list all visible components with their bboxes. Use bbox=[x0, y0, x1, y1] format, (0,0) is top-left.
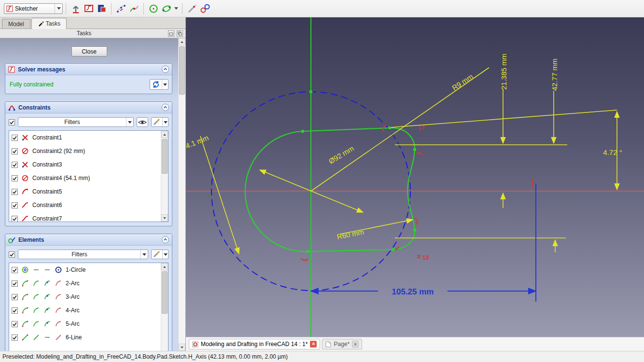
view-sketch-button[interactable] bbox=[82, 2, 95, 15]
checkbox[interactable] bbox=[12, 267, 18, 273]
constraint-row[interactable]: Constraint2 (92 mm) bbox=[9, 144, 168, 158]
checkbox[interactable] bbox=[12, 321, 18, 327]
checkbox[interactable] bbox=[12, 162, 18, 168]
checkbox[interactable] bbox=[12, 294, 18, 300]
constraints-filter-checkbox[interactable] bbox=[9, 119, 15, 125]
constraint-row[interactable]: Constraint7 bbox=[9, 212, 168, 222]
dimension-lines[interactable] bbox=[200, 68, 617, 254]
dim-diameter-label[interactable]: Ø92 mm bbox=[327, 144, 355, 165]
elements-scrollbar[interactable] bbox=[161, 263, 168, 351]
settings-dropdown-arrow[interactable] bbox=[162, 118, 168, 126]
scroll-up-arrow[interactable] bbox=[161, 263, 168, 270]
external-geometry-button[interactable] bbox=[198, 2, 211, 15]
document-tab-model[interactable]: Modeling and Drafting in FreeCAD 14 : 1*… bbox=[189, 339, 320, 349]
create-circle-button[interactable] bbox=[147, 2, 160, 15]
sketch-viewport[interactable]: 4.1 mm Ø92 mm R9 mm 21.385 mm 42.77 mm 4… bbox=[186, 17, 644, 337]
dim-54-leader[interactable] bbox=[200, 136, 239, 254]
solver-messages-header[interactable]: Solver messages bbox=[5, 64, 172, 75]
dim-21-label[interactable]: 21.385 mm bbox=[500, 54, 508, 90]
constraint-row[interactable]: Constraint6 bbox=[9, 198, 168, 212]
extend-edge-button[interactable] bbox=[185, 2, 198, 15]
insert-knot-button[interactable] bbox=[114, 2, 127, 15]
collapse-section-button[interactable] bbox=[162, 66, 169, 73]
element-row[interactable]: 5-Arc bbox=[9, 317, 168, 331]
dim-42-label[interactable]: 42.77 mm bbox=[550, 58, 559, 91]
constraint-row[interactable]: Constraint4 (54.1 mm) bbox=[9, 171, 168, 185]
sketch-profile[interactable] bbox=[245, 128, 415, 251]
join-curves-button[interactable] bbox=[127, 2, 140, 15]
close-tab-icon[interactable]: × bbox=[352, 341, 359, 348]
dim-r9-label[interactable]: R9 mm bbox=[450, 72, 475, 92]
close-tab-icon[interactable]: × bbox=[310, 341, 317, 348]
tangent-mark[interactable] bbox=[416, 151, 423, 158]
undock-panel-button[interactable] bbox=[177, 30, 183, 37]
scroll-up-arrow[interactable] bbox=[161, 131, 168, 138]
element-row[interactable]: 4-Arc bbox=[9, 304, 168, 317]
scroll-down-arrow[interactable] bbox=[161, 214, 168, 222]
scrollbar-thumb[interactable] bbox=[162, 139, 168, 174]
element-row[interactable]: 6-Line bbox=[9, 331, 168, 344]
collapse-section-button[interactable] bbox=[162, 104, 169, 111]
constraint-number-17[interactable]: 17 bbox=[418, 125, 425, 131]
checkbox[interactable] bbox=[12, 280, 18, 287]
create-conic-button[interactable] bbox=[160, 2, 173, 15]
dim-105[interactable]: 105.25 mm bbox=[311, 183, 536, 302]
checkbox[interactable] bbox=[12, 148, 18, 154]
constraint-settings-button[interactable] bbox=[151, 117, 168, 127]
create-conic-dropdown[interactable] bbox=[173, 2, 179, 15]
checkbox[interactable] bbox=[12, 135, 18, 141]
workbench-dropdown-arrow[interactable] bbox=[55, 4, 62, 14]
leave-sketch-button[interactable] bbox=[69, 2, 82, 15]
settings-dropdown-arrow[interactable] bbox=[162, 250, 168, 259]
constraints-scrollbar[interactable] bbox=[161, 131, 168, 222]
constraint-marks[interactable] bbox=[301, 125, 537, 262]
element-settings-button[interactable] bbox=[151, 250, 168, 259]
dim-54-label[interactable]: 4.1 mm bbox=[186, 133, 210, 150]
constraint-row[interactable]: Constraint1 bbox=[9, 131, 168, 144]
tangent-mark[interactable] bbox=[301, 255, 308, 262]
scrollbar-thumb[interactable] bbox=[179, 46, 185, 95]
constraints-header[interactable]: Constraints bbox=[5, 102, 172, 113]
close-button[interactable]: Close bbox=[71, 46, 107, 56]
document-tab-page[interactable]: Page* × bbox=[322, 339, 362, 349]
filter-dropdown-arrow[interactable] bbox=[126, 118, 133, 126]
checkbox[interactable] bbox=[12, 307, 18, 314]
collapse-section-button[interactable] bbox=[162, 236, 169, 243]
dim-105-label[interactable]: 105.25 mm bbox=[392, 287, 434, 296]
constraints-group: Constraints Filters bbox=[5, 101, 172, 226]
constraints-filter-combo[interactable]: Filters bbox=[18, 117, 134, 127]
tasks-scrollbar[interactable] bbox=[178, 38, 185, 351]
dim-angle-label[interactable]: 4.72 ° bbox=[603, 148, 622, 156]
elements-header[interactable]: Elements bbox=[5, 234, 172, 246]
scroll-down-arrow[interactable] bbox=[179, 344, 185, 351]
constraint-row[interactable]: Constraint5 bbox=[9, 185, 168, 198]
filter-dropdown-arrow[interactable] bbox=[140, 250, 148, 259]
page-icon bbox=[325, 341, 331, 348]
status-message: Preselected: Modeling_and_Drafting_in_Fr… bbox=[2, 353, 288, 360]
show-hide-constraints-button[interactable] bbox=[137, 117, 148, 127]
checkbox[interactable] bbox=[12, 202, 18, 209]
constraint-row[interactable]: Constraint3 bbox=[9, 158, 168, 171]
element-row[interactable]: 1-Circle bbox=[9, 263, 168, 277]
element-row[interactable]: 3-Arc bbox=[9, 290, 168, 304]
dim-r60-label[interactable]: R60 mm bbox=[336, 227, 364, 241]
sketch-canvas[interactable]: 4.1 mm Ø92 mm R9 mm 21.385 mm 42.77 mm 4… bbox=[186, 17, 644, 337]
tab-model[interactable]: Model bbox=[2, 19, 30, 28]
refresh-dropdown-arrow[interactable] bbox=[162, 80, 168, 89]
auto-update-button[interactable] bbox=[150, 79, 168, 90]
checkbox[interactable] bbox=[12, 216, 18, 222]
checkbox[interactable] bbox=[12, 175, 18, 181]
workbench-selector[interactable]: Sketcher bbox=[4, 3, 63, 14]
workbench-label: Sketcher bbox=[13, 5, 55, 12]
tab-tasks[interactable]: Tasks bbox=[31, 18, 67, 29]
checkbox[interactable] bbox=[12, 334, 18, 341]
elements-filter-checkbox[interactable] bbox=[9, 251, 15, 258]
view-section-button[interactable] bbox=[95, 2, 108, 15]
float-panel-button[interactable] bbox=[168, 30, 174, 37]
element-row[interactable]: 2-Arc bbox=[9, 277, 168, 290]
constraint-number-13[interactable]: 13 bbox=[422, 254, 429, 261]
scrollbar-thumb[interactable] bbox=[162, 271, 168, 314]
scroll-up-arrow[interactable] bbox=[179, 38, 185, 45]
checkbox[interactable] bbox=[12, 189, 18, 195]
elements-filter-combo[interactable]: Filters bbox=[18, 250, 148, 259]
